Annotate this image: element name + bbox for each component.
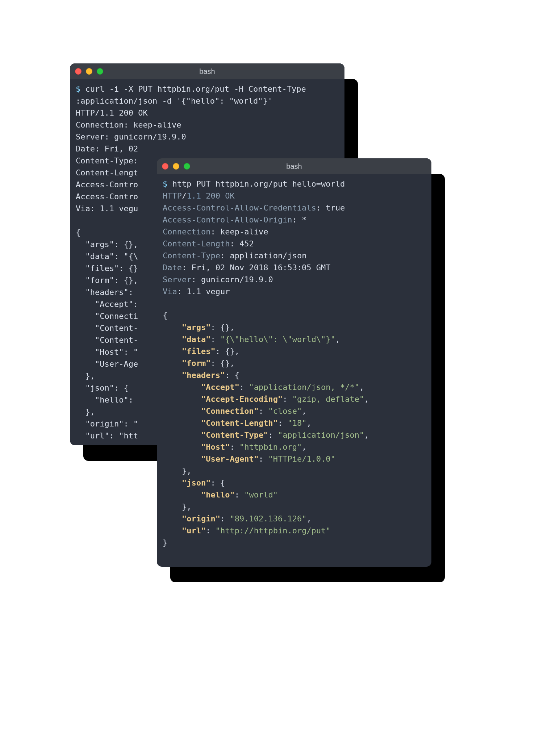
terminal-line: Connection: keep-alive: [163, 226, 426, 238]
terminal-text: HTTP: [163, 191, 182, 200]
terminal-text: Connection: keep-alive: [76, 120, 181, 129]
stage: bash $ curl -i -X PUT httpbin.org/put -H…: [0, 0, 560, 733]
terminal-text: {: [220, 478, 225, 487]
terminal-text: :application/json -d '{"hello": "world"}…: [76, 96, 272, 105]
terminal-text: },: [163, 466, 191, 475]
terminal-line: "Accept-Encoding": "gzip, deflate",: [163, 393, 426, 405]
terminal-text: :: [230, 442, 239, 451]
terminal-text: "files": [182, 347, 216, 356]
terminal-text: "data": [182, 335, 210, 344]
minimize-icon[interactable]: [86, 68, 92, 75]
terminal-text: "Connecti: [76, 312, 138, 321]
terminal-text: ,: [306, 418, 311, 428]
terminal-text: "form": [182, 359, 210, 368]
terminal-text: ,: [364, 395, 369, 404]
terminal-line: Server: gunicorn/19.9.0: [76, 131, 339, 143]
terminal-text: "headers":: [76, 288, 133, 297]
terminal-text: "Accept-Encoding": [201, 395, 283, 404]
terminal-line: :application/json -d '{"hello": "world"}…: [76, 95, 339, 107]
terminal-text: [163, 442, 201, 451]
terminal-line: Access-Control-Allow-Credentials: true: [163, 202, 426, 214]
terminal-text: :: [230, 239, 239, 248]
terminal-text: :: [259, 454, 268, 463]
terminal-text: "hello":: [76, 395, 138, 404]
terminal-text: $: [163, 179, 172, 188]
terminal-text: "Host": ": [76, 347, 138, 357]
terminal-text: "gzip, deflate": [292, 395, 364, 404]
terminal-line: "Content-Length": "18",: [163, 417, 426, 429]
terminal-text: :: [182, 263, 192, 272]
terminal-text: :: [268, 430, 278, 440]
terminal-text: [163, 418, 201, 428]
close-icon[interactable]: [75, 68, 82, 75]
terminal-text: ,: [230, 359, 234, 368]
terminal-text: [163, 454, 201, 463]
terminal-line: Access-Control-Allow-Origin: *: [163, 214, 426, 226]
terminal-line: "Connection": "close",: [163, 405, 426, 417]
terminal-text: Content-Lengt: [76, 168, 138, 177]
terminal-line: "form": {},: [163, 357, 426, 369]
zoom-icon[interactable]: [97, 68, 103, 75]
terminal-line: Date: Fri, 02 Nov 2018 16:53:05 GMT: [163, 262, 426, 274]
terminal-line: "files": {},: [163, 345, 426, 357]
terminal-text: "world": [244, 490, 278, 499]
terminal-line: $ curl -i -X PUT httpbin.org/put -H Cont…: [76, 83, 339, 95]
terminal-text: Access-Contro: [76, 192, 138, 201]
terminal-text: [163, 395, 201, 404]
terminal-text: [163, 514, 182, 523]
terminal-text: Date: Fri, 02: [76, 144, 138, 153]
titlebar[interactable]: bash: [70, 63, 344, 79]
close-icon[interactable]: [162, 163, 168, 170]
terminal-text: Server: [163, 275, 191, 284]
terminal-text: ,: [359, 383, 364, 392]
terminal-text: /: [182, 191, 187, 200]
terminal-line: "hello": "world": [163, 489, 426, 501]
terminal-text: "89.102.136.126": [230, 514, 306, 523]
terminal-text: gunicorn/19.9.0: [201, 275, 273, 284]
terminal-line: HTTP/1.1 200 OK: [163, 190, 426, 202]
terminal-text: [163, 478, 182, 487]
terminal-text: :: [191, 275, 201, 284]
terminal-line: "headers": {: [163, 369, 426, 381]
terminal-text: {: [163, 311, 167, 320]
terminal-text: :: [292, 215, 302, 224]
terminal-line: Server: gunicorn/19.9.0: [163, 274, 426, 286]
terminal-text: [163, 347, 182, 356]
terminal-text: "Content-: [76, 336, 138, 345]
titlebar[interactable]: bash: [157, 158, 431, 174]
terminal-text: :: [220, 251, 230, 260]
terminal-text: "Accept":: [76, 300, 138, 309]
terminal-line: "User-Agent": "HTTPie/1.0.0": [163, 453, 426, 465]
terminal-text: 1.1: [187, 191, 206, 200]
terminal-line: "Content-Type": "application/json",: [163, 429, 426, 441]
terminal-body[interactable]: $ http PUT httpbin.org/put hello=worldHT…: [157, 174, 431, 554]
terminal-text: Server: gunicorn/19.9.0: [76, 132, 186, 141]
terminal-text: "url": "htt: [76, 431, 138, 440]
terminal-line: "data": "{\"hello\": \"world\"}",: [163, 333, 426, 345]
terminal-text: :: [220, 514, 230, 523]
terminal-text: true: [326, 203, 345, 212]
zoom-icon[interactable]: [184, 163, 190, 170]
terminal-text: Content-Type: [163, 251, 220, 260]
terminal-text: :: [210, 335, 220, 344]
terminal-text: ,: [364, 430, 369, 440]
terminal-text: {}: [220, 323, 230, 332]
terminal-line: Content-Type: application/json: [163, 250, 426, 262]
window-title: bash: [157, 162, 431, 171]
terminal-text: http PUT httpbin.org/put hello=world: [172, 179, 345, 188]
terminal-text: :: [206, 526, 216, 535]
terminal-text: ,: [306, 514, 311, 523]
terminal-text: :: [210, 323, 220, 332]
minimize-icon[interactable]: [173, 163, 179, 170]
terminal-text: "httpbin.org": [239, 442, 302, 451]
terminal-text: {}: [220, 359, 230, 368]
terminal-text: ,: [302, 442, 306, 451]
terminal-text: "args": {},: [76, 240, 138, 249]
terminal-text: :: [235, 490, 245, 499]
terminal-text: :: [216, 347, 225, 356]
terminal-window-front[interactable]: bash $ http PUT httpbin.org/put hello=wo…: [157, 158, 431, 567]
terminal-text: ,: [302, 407, 306, 416]
terminal-line: "Host": "httpbin.org",: [163, 441, 426, 453]
terminal-text: Via: 1.1 vegu: [76, 204, 138, 213]
terminal-line: [163, 297, 426, 309]
